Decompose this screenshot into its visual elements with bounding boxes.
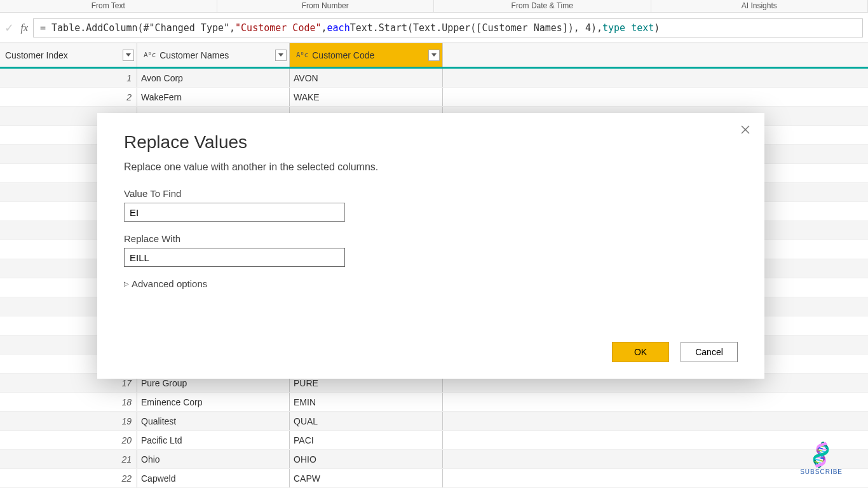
cell-code: EMIN [290, 393, 443, 411]
advanced-options-toggle[interactable]: ▷ Advanced options [124, 278, 738, 289]
cell-code: QUAL [290, 412, 443, 430]
cell-name: Eminence Corp [137, 393, 290, 411]
column-header-customer-names[interactable]: Aᴮᴄ Customer Names [137, 43, 290, 67]
close-button[interactable] [738, 122, 753, 137]
ribbon-tab-from-number[interactable]: From Number [217, 0, 435, 12]
value-to-find-label: Value To Find [124, 188, 738, 199]
table-row[interactable]: 21OhioOHIO [0, 450, 868, 469]
cell-name: Qualitest [137, 412, 290, 430]
fx-icon[interactable]: fx [20, 22, 28, 34]
formula-token: "Customer Code" [235, 22, 321, 34]
table-row[interactable]: 18Eminence CorpEMIN [0, 393, 868, 412]
grid-header: Customer Index Aᴮᴄ Customer Names Aᴮᴄ Cu… [0, 43, 868, 69]
formula-input[interactable]: = Table.AddColumn(#"Changed Type", "Cust… [33, 18, 863, 37]
close-icon [741, 125, 750, 134]
column-header-customer-code[interactable]: Aᴮᴄ Customer Code [290, 43, 443, 67]
column-filter-button[interactable] [428, 50, 440, 61]
column-header-customer-index[interactable]: Customer Index [0, 43, 137, 67]
cell-index: 19 [0, 412, 137, 430]
formula-token: each [327, 22, 350, 34]
formula-token: type text [602, 22, 654, 34]
cell-name: Capweld [137, 469, 290, 487]
text-type-icon: Aᴮᴄ [296, 51, 308, 59]
advanced-options-label: Advanced options [132, 278, 207, 289]
cell-index: 22 [0, 469, 137, 487]
table-row[interactable]: 22CapweldCAPW [0, 469, 868, 488]
column-filter-button[interactable] [123, 50, 134, 61]
table-row[interactable]: 19QualitestQUAL [0, 412, 868, 431]
column-filter-button[interactable] [275, 50, 287, 61]
dialog-description: Replace one value with another in the se… [124, 161, 738, 173]
text-type-icon: Aᴮᴄ [144, 51, 156, 59]
cell-name: WakeFern [137, 88, 290, 106]
cell-code: OHIO [290, 450, 443, 468]
table-row[interactable]: 1Avon CorpAVON [0, 69, 868, 88]
formula-token: Text.Start(Text.Upper([Customer Names]),… [350, 22, 602, 34]
table-row[interactable]: 20Pacific LtdPACI [0, 431, 868, 450]
cell-name: Ohio [137, 450, 290, 468]
formula-token: ) [654, 22, 660, 34]
cell-index: 20 [0, 431, 137, 449]
cell-index: 18 [0, 393, 137, 411]
ribbon-tab-ai-insights[interactable]: AI Insights [651, 0, 869, 12]
cancel-button[interactable]: Cancel [681, 342, 738, 362]
value-to-find-input[interactable] [124, 203, 345, 222]
cell-index: 21 [0, 450, 137, 468]
column-label: Customer Code [312, 50, 374, 60]
check-icon[interactable]: ✓ [4, 21, 14, 35]
cell-code: AVON [290, 69, 443, 87]
cell-code: PACI [290, 431, 443, 449]
dialog-title: Replace Values [124, 132, 738, 152]
caret-right-icon: ▷ [124, 280, 129, 287]
ribbon-tabs: From Text From Number From Date & Time A… [0, 0, 868, 13]
replace-with-label: Replace With [124, 233, 738, 244]
replace-with-input[interactable] [124, 248, 345, 267]
cell-index: 2 [0, 88, 137, 106]
cell-code: CAPW [290, 469, 443, 487]
formula-token: = Table.AddColumn(#"Changed Type", [40, 22, 235, 34]
cell-code: WAKE [290, 88, 443, 106]
replace-values-dialog: Replace Values Replace one value with an… [97, 113, 764, 379]
column-label: Customer Index [5, 50, 68, 60]
subscribe-badge[interactable]: 🧬 SUBSCRIBE [800, 444, 843, 475]
ribbon-tab-from-datetime[interactable]: From Date & Time [434, 0, 651, 12]
formula-bar: ✓ fx = Table.AddColumn(#"Changed Type", … [0, 13, 868, 43]
table-row[interactable]: 2WakeFernWAKE [0, 88, 868, 107]
ok-button[interactable]: OK [612, 342, 669, 362]
cell-name: Pacific Ltd [137, 431, 290, 449]
formula-token: , [322, 22, 327, 34]
column-label: Customer Names [159, 50, 229, 60]
ribbon-tab-from-text[interactable]: From Text [0, 0, 217, 12]
cell-index: 1 [0, 69, 137, 87]
cell-name: Avon Corp [137, 69, 290, 87]
